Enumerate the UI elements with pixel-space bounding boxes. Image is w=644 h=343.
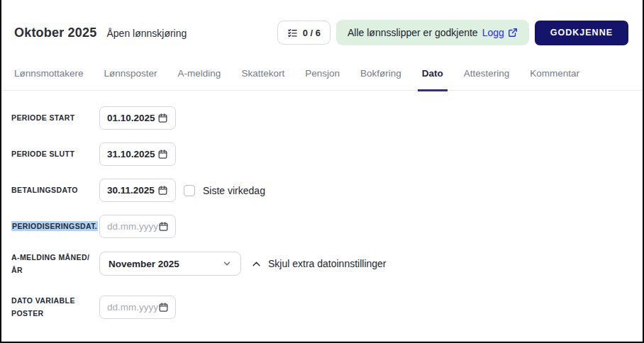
- approval-status-banner: Alle lønnsslipper er godkjente Logg: [336, 20, 529, 45]
- payroll-tab-bar: Lønnsmottakere Lønnsposter A-melding Ska…: [1, 68, 643, 91]
- calendar-icon[interactable]: [158, 221, 169, 232]
- title-group: Oktober 2025 Åpen lønnskjøring: [14, 26, 187, 40]
- header-actions: 0 / 6 Alle lønnsslipper er godkjente Log…: [277, 20, 628, 45]
- date-settings-form: PERIODE START 01.10.2025 PERIODE SLUTT 3…: [1, 91, 643, 320]
- page-header: Oktober 2025 Åpen lønnskjøring 0 / 6 All…: [1, 0, 643, 45]
- tab-pensjon[interactable]: Pensjon: [301, 68, 344, 91]
- external-link-icon: [508, 28, 518, 38]
- periode-start-value: 01.10.2025: [107, 113, 155, 123]
- checklist-icon: [287, 28, 298, 38]
- periode-slutt-input[interactable]: 31.10.2025: [99, 142, 176, 166]
- highlighted-label-text: PERIODISERINGSDAT.: [11, 221, 98, 231]
- siste-virkedag-group: Siste virkedag: [184, 185, 265, 196]
- betalingsdato-row: BETALINGSDATO 30.11.2025 Siste virkedag: [11, 179, 643, 202]
- periode-start-input[interactable]: 01.10.2025: [99, 106, 176, 130]
- checklist-progress-button[interactable]: 0 / 6: [277, 21, 331, 45]
- betalingsdato-input[interactable]: 30.11.2025: [99, 179, 176, 202]
- tab-lonnsposter[interactable]: Lønnsposter: [100, 68, 162, 91]
- dato-variable-poster-label: DATO VARIABLE POSTER: [11, 294, 99, 320]
- periodiseringsdato-placeholder: dd.mm.yyyy: [107, 221, 158, 232]
- page-title: Oktober 2025: [14, 26, 96, 40]
- chevron-up-icon: [251, 259, 262, 269]
- godkjenne-button[interactable]: GODKJENNE: [535, 21, 628, 45]
- tab-lonnsmottakere[interactable]: Lønnsmottakere: [10, 68, 88, 91]
- calendar-icon[interactable]: [157, 113, 168, 123]
- tab-skattekort[interactable]: Skattekort: [237, 68, 289, 91]
- payroll-status-subtitle: Åpen lønnskjøring: [106, 28, 187, 39]
- amelding-maaned-select[interactable]: November 2025: [99, 252, 241, 276]
- calendar-icon[interactable]: [158, 302, 169, 313]
- tab-attestering[interactable]: Attestering: [460, 68, 514, 91]
- tab-a-melding[interactable]: A-melding: [174, 68, 226, 91]
- dato-variable-poster-row: DATO VARIABLE POSTER dd.mm.yyyy: [11, 294, 643, 320]
- siste-virkedag-label: Siste virkedag: [203, 185, 265, 196]
- checklist-count: 0 / 6: [303, 28, 321, 38]
- chevron-down-icon: [222, 259, 232, 269]
- tab-dato[interactable]: Dato: [418, 68, 448, 91]
- periode-start-label: PERIODE START: [11, 111, 99, 124]
- toggle-extra-label: Skjul extra datoinnstillinger: [268, 258, 387, 269]
- dato-variable-poster-placeholder: dd.mm.yyyy: [107, 302, 158, 313]
- amelding-maaned-label: A-MELDING MÅNED/ÅR: [11, 251, 99, 277]
- periodiseringsdato-input[interactable]: dd.mm.yyyy: [99, 215, 176, 238]
- periode-start-row: PERIODE START 01.10.2025: [11, 106, 643, 130]
- amelding-maaned-row: A-MELDING MÅNED/ÅR November 2025 Skjul e…: [11, 251, 643, 277]
- betalingsdato-value: 30.11.2025: [107, 185, 155, 196]
- dato-variable-poster-input[interactable]: dd.mm.yyyy: [99, 296, 176, 319]
- periode-slutt-row: PERIODE SLUTT 31.10.2025: [11, 142, 643, 166]
- calendar-icon[interactable]: [157, 149, 168, 159]
- siste-virkedag-checkbox[interactable]: [184, 185, 195, 196]
- tab-kommentar[interactable]: Kommentar: [526, 68, 584, 91]
- approval-status-text: Alle lønnsslipper er godkjente: [348, 27, 478, 38]
- periodiseringsdato-label: PERIODISERINGSDAT.: [11, 220, 99, 232]
- amelding-maaned-value: November 2025: [109, 259, 179, 269]
- calendar-icon[interactable]: [157, 185, 168, 196]
- periode-slutt-label: PERIODE SLUTT: [11, 147, 99, 160]
- logg-link[interactable]: Logg: [482, 27, 518, 38]
- skjul-extra-datoinnstillinger-toggle[interactable]: Skjul extra datoinnstillinger: [251, 258, 387, 269]
- periodiseringsdato-row: PERIODISERINGSDAT. dd.mm.yyyy: [11, 215, 643, 238]
- payroll-run-page: Oktober 2025 Åpen lønnskjøring 0 / 6 All…: [0, 0, 644, 343]
- tab-bokforing[interactable]: Bokføring: [356, 68, 406, 91]
- betalingsdato-label: BETALINGSDATO: [11, 184, 99, 196]
- periode-slutt-value: 31.10.2025: [107, 149, 155, 159]
